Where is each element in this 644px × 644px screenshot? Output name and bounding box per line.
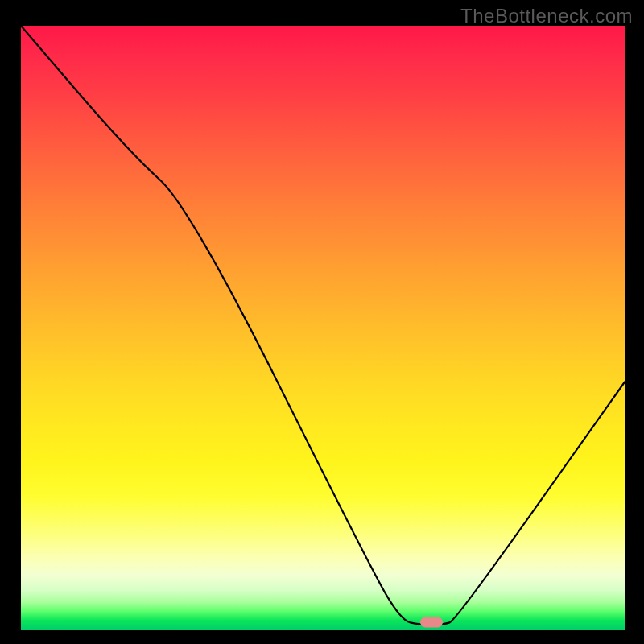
watermark-text: TheBottleneck.com	[460, 5, 633, 27]
optimal-point-marker	[420, 617, 443, 628]
plot-area	[21, 26, 625, 630]
chart-outer: TheBottleneck.com	[0, 0, 644, 644]
bottleneck-curve	[21, 26, 625, 630]
